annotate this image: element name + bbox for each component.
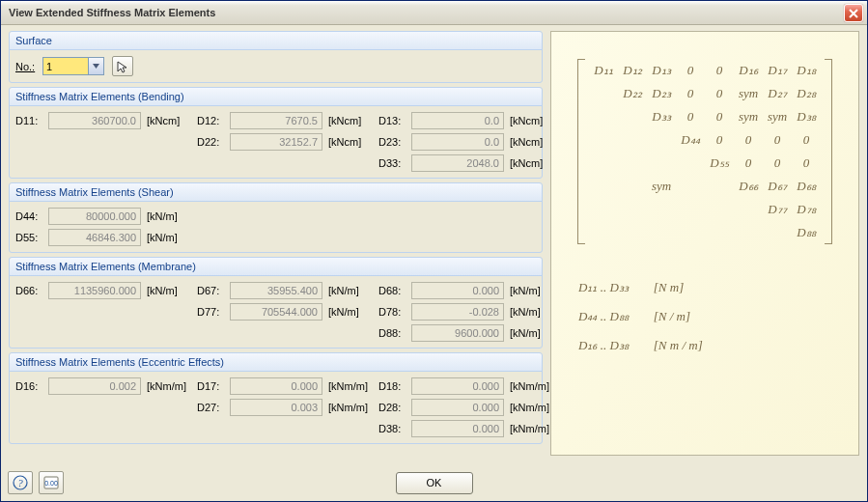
matrix-cell: D₄₄ <box>676 128 705 152</box>
matrix-cell <box>589 152 618 175</box>
close-button[interactable] <box>844 4 863 22</box>
d67-label: D67: <box>197 285 224 296</box>
svg-text:0.00: 0.00 <box>44 480 58 487</box>
d33-field <box>411 154 504 172</box>
d16-field <box>48 377 141 395</box>
matrix-cell <box>647 198 676 221</box>
d27-unit: [kNm/m] <box>328 402 373 413</box>
matrix-cell <box>676 221 705 244</box>
d77-label: D77: <box>197 306 224 318</box>
matrix-cell <box>589 82 618 105</box>
matrix-cell: D₃₈ <box>792 105 821 128</box>
matrix-cell <box>705 175 734 198</box>
d68-field <box>411 282 504 299</box>
decimals-icon: 0.00 <box>43 475 59 490</box>
d67-unit: [kN/m] <box>328 285 373 296</box>
legend-r1-range: D₁₁ .. D₃₃ <box>578 273 629 302</box>
d78-label: D78: <box>378 306 406 318</box>
d28-label: D28: <box>378 402 406 413</box>
matrix-cell: D₅₅ <box>705 152 734 175</box>
d23-field <box>411 133 504 151</box>
d11-label: D11: <box>15 115 42 126</box>
d66-unit: [kN/m] <box>147 285 191 296</box>
d13-field <box>411 112 504 129</box>
membrane-group-title: Stiffness Matrix Elements (Membrane) <box>10 258 542 276</box>
d13-label: D13: <box>378 115 406 126</box>
matrix-cell: D₁₂ <box>618 59 647 82</box>
matrix-cell: 0 <box>705 59 734 82</box>
help-icon: ? <box>13 475 28 490</box>
d28-unit: [kNm/m] <box>510 402 554 413</box>
help-button[interactable]: ? <box>8 471 33 494</box>
d27-label: D27: <box>197 402 224 413</box>
matrix-cell: 0 <box>676 82 705 105</box>
d44-field <box>48 208 141 225</box>
matrix-cell <box>618 175 647 198</box>
d18-field <box>411 377 504 395</box>
matrix-cell <box>589 128 618 152</box>
matrix-cell <box>589 198 618 221</box>
matrix-diagram-panel: D₁₁D₁₂D₁₃00D₁₆D₁₇D₁₈D₂₂D₂₃00symD₂₇D₂₈D₃₃… <box>550 31 859 456</box>
matrix-cell <box>618 221 647 244</box>
matrix-cell: D₆₇ <box>763 175 792 198</box>
matrix-cell: 0 <box>734 128 763 152</box>
matrix-cell: 0 <box>734 152 763 175</box>
matrix-cell <box>705 221 734 244</box>
matrix-cell <box>734 198 763 221</box>
d77-unit: [kN/m] <box>328 306 373 318</box>
d17-label: D17: <box>197 380 224 392</box>
matrix-cell <box>647 128 676 152</box>
pick-surface-button[interactable] <box>112 56 133 76</box>
chevron-down-icon <box>93 64 99 69</box>
surface-no-combo[interactable] <box>42 57 104 75</box>
legend-r1-unit: [N m] <box>654 273 684 302</box>
legend-r2-unit: [N / m] <box>654 302 690 331</box>
matrix-cell: 0 <box>676 59 705 82</box>
matrix-cell: D₃₃ <box>647 105 676 128</box>
bending-group: Stiffness Matrix Elements (Bending) D11:… <box>9 87 543 179</box>
close-icon <box>849 9 858 18</box>
d11-field <box>48 112 141 129</box>
d55-label: D55: <box>15 232 42 243</box>
shear-group-title: Stiffness Matrix Elements (Shear) <box>10 183 542 202</box>
membrane-group: Stiffness Matrix Elements (Membrane) D66… <box>9 257 543 349</box>
surface-no-label: No.: <box>15 61 39 72</box>
cursor-pick-icon <box>116 60 129 73</box>
legend-r3-range: D₁₆ .. D₃₈ <box>578 331 629 360</box>
d27-field <box>230 399 322 416</box>
surface-no-input[interactable] <box>42 57 89 75</box>
matrix-cell: sym <box>763 105 792 128</box>
d12-unit: [kNcm] <box>328 115 373 126</box>
matrix-cell <box>589 175 618 198</box>
matrix-cell <box>589 221 618 244</box>
surface-no-dropdown-button[interactable] <box>89 57 104 75</box>
d78-unit: [kN/m] <box>510 306 554 318</box>
d68-label: D68: <box>378 285 406 296</box>
matrix-cell: sym <box>734 105 763 128</box>
matrix-cell: D₂₂ <box>618 82 647 105</box>
matrix-cell <box>589 105 618 128</box>
matrix-cell: 0 <box>676 105 705 128</box>
matrix-cell: 0 <box>705 128 734 152</box>
matrix-cell: D₂₃ <box>647 82 676 105</box>
matrix-cell: D₆₈ <box>792 175 821 198</box>
matrix-cell: sym <box>734 82 763 105</box>
d12-label: D12: <box>197 115 224 126</box>
units-button[interactable]: 0.00 <box>39 471 64 494</box>
d16-unit: [kNm/m] <box>147 380 191 392</box>
matrix-cell <box>676 198 705 221</box>
d16-label: D16: <box>15 380 42 392</box>
d11-unit: [kNcm] <box>147 115 191 126</box>
matrix-cell: D₈₈ <box>792 221 821 244</box>
matrix-cell: D₁₇ <box>763 59 792 82</box>
d55-unit: [kN/m] <box>147 232 191 243</box>
matrix-cell <box>705 198 734 221</box>
ok-button[interactable]: OK <box>396 472 473 494</box>
matrix-cell <box>647 221 676 244</box>
d66-label: D66: <box>15 285 42 296</box>
d33-unit: [kNcm] <box>510 157 554 169</box>
d18-unit: [kNm/m] <box>510 380 554 392</box>
matrix-cell <box>618 198 647 221</box>
matrix-cell: 0 <box>792 152 821 175</box>
d38-label: D38: <box>378 423 406 434</box>
